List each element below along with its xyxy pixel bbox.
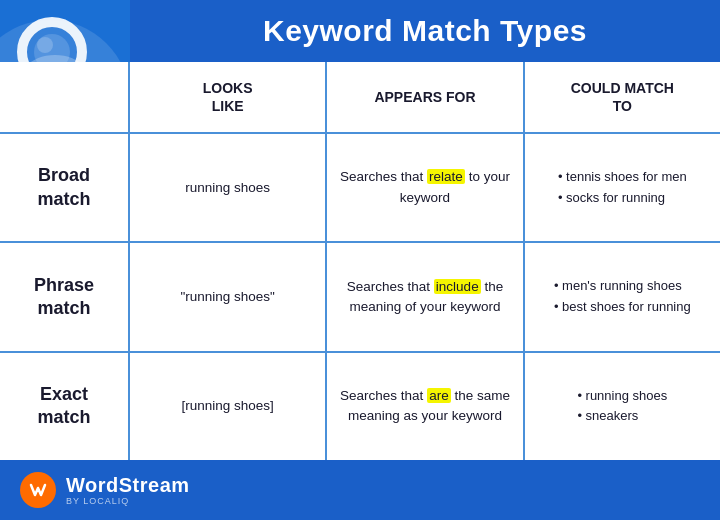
cell-exact-looks-like: [running shoes]	[130, 353, 327, 460]
header-appears-for: APPEARS FOR	[327, 62, 524, 132]
header-empty-cell	[0, 62, 130, 132]
cell-broad-appears-for: Searches that relate to your keyword	[327, 134, 524, 241]
table-row: Exactmatch [running shoes] Searches that…	[0, 353, 720, 460]
cell-phrase-looks-like: "running shoes"	[130, 243, 327, 350]
highlight-relate: relate	[427, 169, 465, 184]
bottom-bar: WordStream by LOCALIQ	[0, 460, 720, 520]
table-row: Phrasematch "running shoes" Searches tha…	[0, 243, 720, 352]
cell-broad-could-match: tennis shoes for men socks for running	[525, 134, 720, 241]
row-label-broad: Broadmatch	[0, 134, 130, 241]
cell-exact-appears-for: Searches that are the same meaning as yo…	[327, 353, 524, 460]
table-body: Broadmatch running shoes Searches that r…	[0, 134, 720, 460]
page-title: Keyword Match Types	[263, 14, 587, 48]
svg-point-3	[37, 37, 53, 53]
highlight-are: are	[427, 388, 451, 403]
main-table: LOOKSLIKE APPEARS FOR COULD MATCHTO Broa…	[0, 62, 720, 460]
page-container: Keyword Match Types LOOKSLIKE APPEARS FO…	[0, 0, 720, 520]
brand-sub: by LOCALIQ	[66, 496, 190, 506]
row-label-exact: Exactmatch	[0, 353, 130, 460]
row-label-phrase: Phrasematch	[0, 243, 130, 350]
cell-broad-looks-like: running shoes	[130, 134, 327, 241]
cell-phrase-could-match: men's running shoes best shoes for runni…	[525, 243, 720, 350]
header-could-match: COULD MATCHTO	[525, 62, 720, 132]
highlight-include: include	[434, 279, 481, 294]
table-header: LOOKSLIKE APPEARS FOR COULD MATCHTO	[0, 62, 720, 134]
title-bar: Keyword Match Types	[130, 0, 720, 62]
brand-name: WordStream	[66, 474, 190, 496]
header-looks-like: LOOKSLIKE	[130, 62, 327, 132]
cell-exact-could-match: running shoes sneakers	[525, 353, 720, 460]
cell-phrase-appears-for: Searches that include the meaning of you…	[327, 243, 524, 350]
wordstream-icon	[20, 472, 56, 508]
wordstream-text: WordStream by LOCALIQ	[66, 474, 190, 506]
table-row: Broadmatch running shoes Searches that r…	[0, 134, 720, 243]
